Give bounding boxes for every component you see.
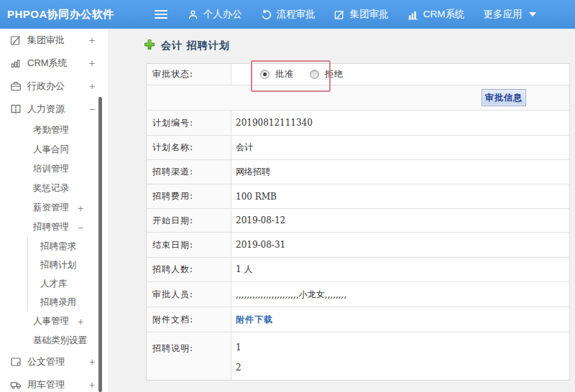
expand-plus-icon[interactable]: + (78, 202, 83, 214)
car-icon (10, 379, 22, 391)
sidebar-label: 培训管理 (33, 163, 69, 175)
field-label: 计划名称: (147, 136, 231, 159)
radio-approve[interactable] (260, 70, 270, 79)
sidebar-item-admin-office[interactable]: 行政办公 + (0, 75, 108, 98)
sidebar-item-talent-pool[interactable]: 人才库 (28, 274, 108, 293)
collapse-minus-icon[interactable]: − (89, 103, 95, 115)
field-label: 计划编号: (147, 111, 231, 135)
sidebar-item-documents[interactable]: 公文管理 + (0, 350, 108, 373)
nav-label: 集团审批 (350, 8, 389, 21)
sidebar-item-base-category[interactable]: 基础类别设置 + (0, 331, 108, 350)
field-label: 招聘渠道: (147, 160, 231, 184)
sidebar-item-attendance[interactable]: 考勤管理 (0, 121, 108, 140)
sidebar-item-recruit-plan[interactable]: 招聘计划 (28, 256, 108, 274)
nav-label: 流程审批 (277, 8, 316, 21)
bar-chart-icon (10, 57, 22, 69)
sidebar-item-hr[interactable]: 人力资源 − (0, 98, 108, 121)
nav-crm-system[interactable]: CRM系统 (408, 8, 465, 21)
sidebar-label: 人事合同 (33, 144, 69, 156)
status-radio-group: 批准 拒绝 (231, 64, 569, 85)
sidebar-scrollbar[interactable] (98, 97, 102, 392)
app-window: PHPOA协同办公软件 个人办公 流程审批 集团审批 (0, 0, 575, 392)
field-value: 2019-08-12 (231, 209, 569, 232)
sidebar-item-recruit-hire[interactable]: 招聘录用 (28, 293, 108, 312)
sidebar-item-salary[interactable]: 薪资管理 + (0, 198, 108, 218)
sidebar-item-rewards[interactable]: 奖惩记录 (0, 179, 108, 198)
field-value: 20190812111340 (231, 111, 569, 135)
form-row-attachment: 附件文档: 附件下载 (147, 307, 569, 332)
sidebar-label: 招聘计划 (40, 259, 76, 271)
form-row-channel: 招聘渠道: 网络招聘 (147, 160, 569, 185)
field-value: 会计 (231, 136, 569, 159)
form-row-start-date: 开始日期: 2019-08-12 (147, 209, 569, 233)
expand-plus-icon[interactable]: + (89, 34, 95, 46)
book-icon (10, 103, 22, 115)
approve-info-button[interactable]: 审批信息 (482, 89, 526, 106)
sidebar-item-crm[interactable]: CRM系统 + (0, 52, 108, 75)
field-value: ,,,,,,,,,,,,,,,,,,,,,,,小龙女,,,,,,,, (231, 282, 569, 307)
sidebar-label: CRM系统 (27, 57, 68, 70)
expand-plus-icon[interactable]: + (78, 316, 83, 327)
sidebar-label: 用车管理 (27, 378, 65, 391)
page-title-text: 会计 招聘计划 (161, 39, 230, 52)
sidebar-label: 人事管理 (33, 315, 69, 327)
sidebar-item-recruit-mgmt[interactable]: 招聘管理 − (0, 218, 108, 237)
field-label: 审批人员: (147, 282, 231, 307)
form-row-plan-name: 计划名称: 会计 (147, 136, 569, 160)
top-header: PHPOA协同办公软件 个人办公 流程审批 集团审批 (0, 0, 575, 29)
top-nav: 个人办公 流程审批 集团审批 CRM系统 更多应用 (188, 8, 555, 21)
sidebar-label: 集团审批 (27, 34, 65, 47)
nav-group-approval[interactable]: 集团审批 (334, 8, 389, 21)
field-value: 1 人 (231, 258, 569, 281)
recruit-submenu: 招聘需求 招聘计划 人才库 招聘录用 (27, 237, 108, 312)
sidebar-label: 薪资管理 (33, 202, 69, 214)
sidebar-label: 考勤管理 (33, 124, 69, 136)
sidebar-item-recruit-demand[interactable]: 招聘需求 (28, 237, 108, 256)
edit-square-icon (334, 9, 345, 20)
field-label: 结束日期: (147, 233, 231, 257)
radio-reject[interactable] (310, 70, 319, 79)
collapse-minus-icon[interactable]: − (78, 222, 83, 233)
main-content: 会计 招聘计划 审批状态: 批准 拒绝 审批信息 计划编号: 201908121… (108, 29, 575, 392)
sidebar-label: 招聘录用 (40, 297, 76, 309)
sidebar-item-group-approval[interactable]: 集团审批 + (0, 29, 108, 52)
sidebar-label: 人才库 (40, 278, 68, 290)
sidebar-label: 招聘管理 (33, 221, 69, 233)
form-row-actions: 审批信息 (147, 85, 569, 111)
field-value: 1 2 (231, 332, 569, 380)
expand-plus-icon[interactable]: + (78, 335, 83, 347)
sidebar-item-training[interactable]: 培训管理 (0, 159, 108, 179)
field-value: 2019-08-31 (231, 233, 569, 257)
add-plus-icon (144, 39, 155, 53)
briefcase-icon (10, 80, 22, 92)
radio-reject-label[interactable]: 拒绝 (325, 68, 344, 80)
nav-personal-office[interactable]: 个人办公 (188, 8, 242, 21)
attachment-download-link[interactable]: 附件下载 (236, 314, 273, 326)
sidebar-item-vehicle[interactable]: 用车管理 + (0, 373, 108, 392)
edit-square-icon (10, 34, 22, 46)
expand-plus-icon[interactable]: + (89, 57, 95, 69)
nav-label: 更多应用 (484, 8, 523, 21)
radio-approve-label[interactable]: 批准 (275, 68, 294, 80)
recruit-plan-form: 审批状态: 批准 拒绝 审批信息 计划编号: 20190812111340 计划… (146, 63, 570, 381)
sidebar: 集团审批 + CRM系统 + 行政办公 + 人力资源 − 考勤管理 (0, 29, 108, 392)
sidebar-item-hr-contract[interactable]: 人事合同 (0, 140, 108, 159)
field-value: 100 RMB (231, 185, 569, 208)
expand-plus-icon[interactable]: + (89, 356, 95, 368)
sidebar-item-personnel[interactable]: 人事管理 + (0, 312, 108, 331)
field-label: 招聘人数: (147, 258, 231, 281)
nav-workflow-approval[interactable]: 流程审批 (261, 8, 316, 21)
page-title: 会计 招聘计划 (144, 39, 230, 53)
sidebar-label: 人力资源 (27, 103, 65, 116)
sidebar-label: 奖惩记录 (33, 182, 69, 195)
workflow-icon (261, 9, 272, 20)
nav-more-apps[interactable]: 更多应用 (484, 8, 536, 21)
expand-plus-icon[interactable]: + (89, 80, 95, 92)
sidebar-label: 公文管理 (27, 355, 65, 368)
hamburger-menu-icon[interactable] (155, 10, 167, 19)
expand-plus-icon[interactable]: + (89, 379, 95, 391)
field-label: 附件文档: (147, 307, 231, 332)
form-row-status: 审批状态: 批准 拒绝 (147, 64, 569, 85)
form-row-headcount: 招聘人数: 1 人 (147, 258, 569, 282)
field-value: 网络招聘 (231, 160, 569, 184)
